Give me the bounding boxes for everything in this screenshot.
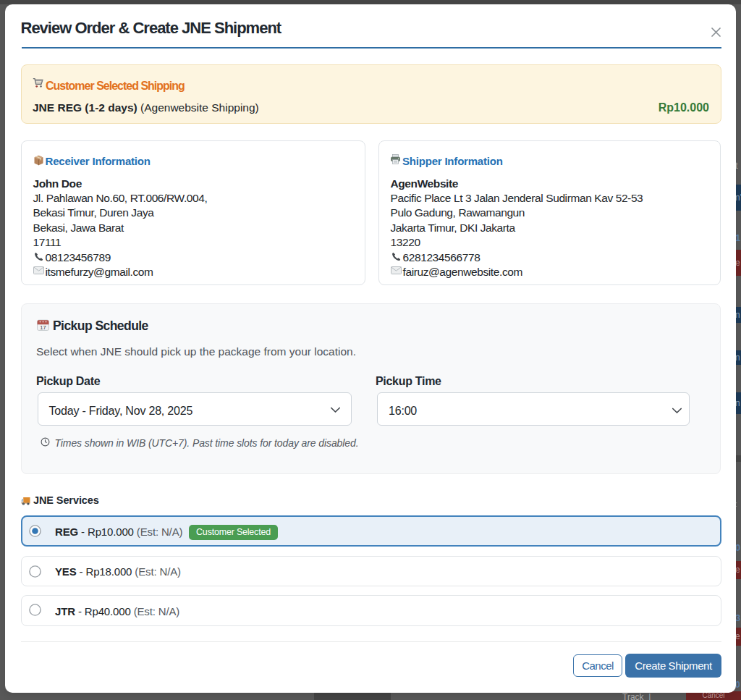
svg-text:17: 17 bbox=[40, 324, 46, 331]
